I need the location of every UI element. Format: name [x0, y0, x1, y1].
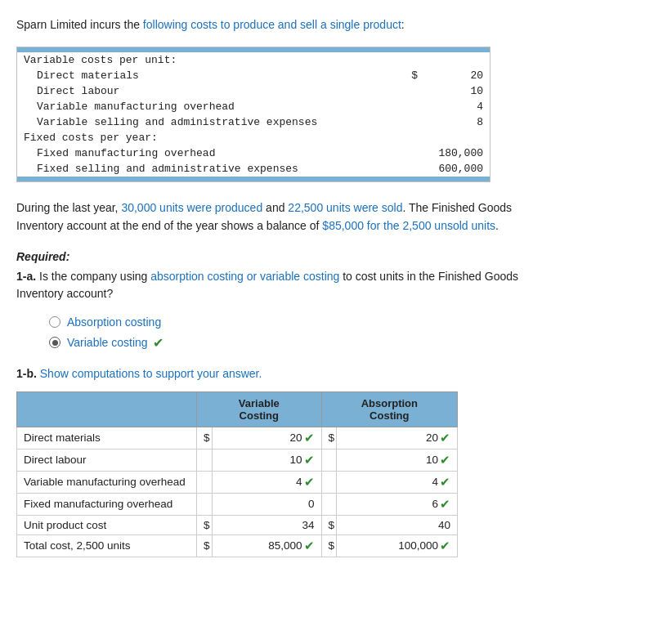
- table-row: Fixed manufacturing overhead 180,000: [17, 145, 490, 161]
- dl-abs-value: 10✔: [337, 449, 458, 471]
- q1a-text1: Is the company using: [39, 270, 150, 283]
- table-row: Variable selling and administrative expe…: [17, 114, 490, 130]
- dl-var-check-icon: ✔: [304, 453, 315, 467]
- cost-table-footer-bar: [17, 177, 490, 181]
- total-cost-abs-value: 100,000✔: [337, 534, 458, 557]
- cell-empty: [400, 145, 424, 161]
- comp-table-header-row: VariableCosting AbsorptionCosting: [17, 391, 458, 427]
- q1b-text: Show computations to support your answer…: [40, 367, 262, 380]
- section-fixed-costs-label: Fixed costs per year:: [17, 130, 400, 145]
- narrative-text: During the last year, 30,000 units were …: [16, 199, 629, 235]
- cost-table: Variable costs per unit: Direct material…: [17, 52, 490, 177]
- dm-label: Direct materials: [17, 427, 197, 449]
- total-cost-var-value: 85,000✔: [212, 534, 321, 557]
- table-row: Direct materials $ 20: [17, 68, 490, 83]
- total-cost-label: Total cost, 2,500 units: [17, 534, 197, 557]
- total-cost-var-check-icon: ✔: [304, 539, 315, 553]
- radio-circle-absorption[interactable]: [49, 316, 60, 328]
- narrative-units-produced: 30,000 units were produced: [121, 201, 262, 214]
- fmfg-var-dollar: [197, 493, 213, 515]
- unit-cost-var-value: 34: [212, 515, 321, 534]
- radio-circle-variable[interactable]: [49, 337, 60, 348]
- section-1b-label: 1-b. Show computations to support your a…: [16, 367, 629, 380]
- vmfg-label: Variable manufacturing overhead: [17, 471, 197, 493]
- narrative-part1: During the last year,: [16, 201, 121, 214]
- section-variable-costs-label: Variable costs per unit:: [17, 52, 400, 68]
- radio-label-absorption: Absorption costing: [67, 315, 161, 329]
- variable-mfg-value: 4: [424, 99, 490, 114]
- fixed-selling-label: Fixed selling and administrative expense…: [17, 161, 400, 177]
- cell-empty: [400, 83, 424, 99]
- radio-option-absorption[interactable]: Absorption costing: [49, 315, 629, 329]
- cell-empty: [400, 99, 424, 114]
- table-row: Variable costs per unit:: [17, 52, 490, 68]
- cost-table-wrapper: Variable costs per unit: Direct material…: [16, 47, 490, 182]
- unit-cost-abs-value: 40: [337, 515, 458, 534]
- comp-table-wrapper: VariableCosting AbsorptionCosting Direct…: [16, 391, 458, 557]
- unit-cost-abs-dollar: $: [321, 515, 337, 534]
- comp-header-label: [17, 391, 197, 427]
- dl-var-value: 10✔: [212, 449, 321, 471]
- direct-labour-label: Direct labour: [17, 83, 400, 99]
- q1b-bold: 1-b.: [16, 367, 37, 380]
- table-row: Fixed selling and administrative expense…: [17, 161, 490, 177]
- fmfg-abs-value: 6✔: [337, 493, 458, 515]
- vmfg-var-value: 4✔: [212, 471, 321, 493]
- comp-header-absorption: AbsorptionCosting: [321, 391, 457, 427]
- table-row: Direct labour 10: [17, 83, 490, 99]
- narrative-and: and: [262, 201, 288, 214]
- fmfg-label: Fixed manufacturing overhead: [17, 493, 197, 515]
- cell-empty: [400, 130, 424, 145]
- table-row: Variable manufacturing overhead 4✔ 4✔: [17, 471, 458, 493]
- variable-selling-label: Variable selling and administrative expe…: [17, 114, 400, 130]
- required-label: Required:: [16, 250, 629, 263]
- fmfg-var-value: 0: [212, 493, 321, 515]
- table-row: Fixed costs per year:: [17, 130, 490, 145]
- fixed-selling-value: 600,000: [424, 161, 490, 177]
- cell-empty: [424, 52, 490, 68]
- variable-mfg-label: Variable manufacturing overhead: [17, 99, 400, 114]
- intro-end: :: [401, 18, 405, 31]
- radio-group: Absorption costing Variable costing ✔: [49, 315, 629, 351]
- cell-empty: [400, 161, 424, 177]
- vmfg-abs-check-icon: ✔: [440, 475, 450, 490]
- q1a-highlight: absorption costing or variable costing: [150, 270, 339, 283]
- intro-text: Sparn Limited incurs the following costs…: [16, 16, 629, 34]
- vmfg-abs-dollar: [321, 471, 337, 493]
- dm-abs-check-icon: ✔: [440, 431, 450, 445]
- comp-header-variable: VariableCosting: [197, 391, 322, 427]
- total-cost-abs-check-icon: ✔: [440, 539, 450, 553]
- intro-highlight: following costs to produce and sell a si…: [143, 18, 401, 31]
- narrative-balance: $85,000 for the 2,500 unsold units: [322, 219, 495, 232]
- radio-label-variable: Variable costing: [67, 336, 148, 349]
- cell-empty: [400, 114, 424, 130]
- vmfg-var-dollar: [197, 471, 213, 493]
- dm-abs-value: 20✔: [337, 427, 458, 449]
- unit-cost-var-dollar: $: [197, 515, 213, 534]
- narrative-units-sold: 22,500 units were sold: [288, 201, 402, 214]
- variable-selling-value: 8: [424, 114, 490, 130]
- cell-empty: [424, 130, 490, 145]
- radio-option-variable[interactable]: Variable costing ✔: [49, 335, 629, 351]
- fmfg-abs-check-icon: ✔: [440, 497, 450, 512]
- table-row: Unit product cost $ 34 $ 40: [17, 515, 458, 534]
- question-1a: 1-a. Is the company using absorption cos…: [16, 268, 629, 302]
- table-row: Direct labour 10✔ 10✔: [17, 449, 458, 471]
- dm-var-value: 20✔: [212, 427, 321, 449]
- total-cost-abs-dollar: $: [321, 534, 337, 557]
- direct-materials-dollar: $: [400, 68, 424, 83]
- narrative-period: .: [495, 219, 499, 232]
- q1a-bold: 1-a.: [16, 270, 36, 283]
- intro-start: Sparn Limited incurs the: [16, 18, 143, 31]
- table-row: Total cost, 2,500 units $ 85,000✔ $ 100,…: [17, 534, 458, 557]
- direct-materials-label: Direct materials: [17, 68, 400, 83]
- dl-abs-dollar: [321, 449, 337, 471]
- dm-var-check-icon: ✔: [304, 431, 315, 445]
- unit-cost-label: Unit product cost: [17, 515, 197, 534]
- table-row: Direct materials $ 20✔ $ 20✔: [17, 427, 458, 449]
- fixed-mfg-value: 180,000: [424, 145, 490, 161]
- dm-var-dollar: $: [197, 427, 213, 449]
- vmfg-var-check-icon: ✔: [304, 475, 315, 490]
- dl-label: Direct labour: [17, 449, 197, 471]
- table-row: Fixed manufacturing overhead 0 6✔: [17, 493, 458, 515]
